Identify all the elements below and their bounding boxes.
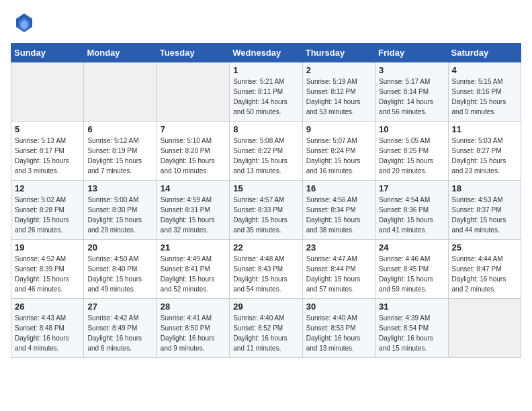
day-number: 21	[161, 242, 226, 253]
cell-info: Sunrise: 4:53 AMSunset: 8:37 PMDaylight:…	[452, 195, 517, 235]
calendar-cell: 9Sunrise: 5:07 AMSunset: 8:24 PMDaylight…	[302, 122, 375, 181]
day-number: 11	[452, 124, 517, 134]
cell-info: Sunrise: 5:12 AMSunset: 8:19 PMDaylight:…	[87, 136, 152, 176]
calendar-cell: 31Sunrise: 4:39 AMSunset: 8:54 PMDayligh…	[375, 299, 448, 358]
calendar-cell: 28Sunrise: 4:41 AMSunset: 8:50 PMDayligh…	[157, 299, 229, 358]
cell-info: Sunrise: 4:57 AMSunset: 8:33 PMDaylight:…	[233, 195, 298, 235]
calendar-cell: 3Sunrise: 5:17 AMSunset: 8:14 PMDaylight…	[375, 62, 448, 122]
calendar-cell: 17Sunrise: 4:54 AMSunset: 8:36 PMDayligh…	[375, 181, 448, 240]
day-number: 2	[306, 65, 371, 75]
calendar-cell: 13Sunrise: 5:00 AMSunset: 8:30 PMDayligh…	[84, 181, 157, 240]
calendar-cell: 6Sunrise: 5:12 AMSunset: 8:19 PMDaylight…	[84, 122, 157, 181]
calendar-cell: 22Sunrise: 4:48 AMSunset: 8:43 PMDayligh…	[230, 240, 302, 299]
cell-info: Sunrise: 5:05 AMSunset: 8:25 PMDaylight:…	[379, 136, 444, 176]
weekday-header-wednesday: Wednesday	[230, 44, 302, 62]
cell-info: Sunrise: 4:40 AMSunset: 8:53 PMDaylight:…	[306, 313, 371, 353]
day-number: 5	[15, 124, 80, 134]
calendar-cell: 27Sunrise: 4:42 AMSunset: 8:49 PMDayligh…	[84, 299, 157, 358]
day-number: 30	[306, 302, 371, 312]
cell-info: Sunrise: 4:40 AMSunset: 8:52 PMDaylight:…	[233, 313, 298, 353]
day-number: 18	[452, 183, 517, 193]
day-number: 23	[306, 242, 371, 253]
calendar-cell: 12Sunrise: 5:02 AMSunset: 8:28 PMDayligh…	[11, 181, 84, 240]
cell-info: Sunrise: 5:07 AMSunset: 8:24 PMDaylight:…	[306, 136, 371, 176]
day-number: 24	[379, 242, 444, 253]
cell-info: Sunrise: 5:13 AMSunset: 8:17 PMDaylight:…	[15, 136, 80, 176]
logo-icon	[11, 11, 35, 35]
day-number: 1	[233, 65, 298, 75]
cell-info: Sunrise: 5:17 AMSunset: 8:14 PMDaylight:…	[379, 77, 444, 117]
calendar-cell: 8Sunrise: 5:08 AMSunset: 8:22 PMDaylight…	[230, 122, 302, 181]
day-number: 7	[161, 124, 226, 134]
day-number: 29	[233, 302, 298, 312]
day-number: 10	[379, 124, 444, 134]
calendar-cell	[448, 299, 521, 358]
day-number: 19	[15, 242, 80, 253]
day-number: 3	[379, 65, 444, 75]
day-number: 14	[161, 183, 226, 193]
cell-info: Sunrise: 4:49 AMSunset: 8:41 PMDaylight:…	[161, 254, 226, 294]
calendar-cell: 15Sunrise: 4:57 AMSunset: 8:33 PMDayligh…	[230, 181, 302, 240]
cell-info: Sunrise: 5:15 AMSunset: 8:16 PMDaylight:…	[452, 77, 517, 117]
day-number: 9	[306, 124, 371, 134]
calendar-cell: 29Sunrise: 4:40 AMSunset: 8:52 PMDayligh…	[230, 299, 302, 358]
cell-info: Sunrise: 4:43 AMSunset: 8:48 PMDaylight:…	[15, 313, 80, 353]
cell-info: Sunrise: 5:19 AMSunset: 8:12 PMDaylight:…	[306, 77, 371, 117]
cell-info: Sunrise: 5:02 AMSunset: 8:28 PMDaylight:…	[15, 195, 80, 235]
calendar-cell: 7Sunrise: 5:10 AMSunset: 8:20 PMDaylight…	[157, 122, 229, 181]
weekday-header-saturday: Saturday	[448, 44, 521, 62]
cell-info: Sunrise: 4:54 AMSunset: 8:36 PMDaylight:…	[379, 195, 444, 235]
calendar-cell	[157, 62, 229, 122]
day-number: 25	[452, 242, 517, 253]
cell-info: Sunrise: 5:03 AMSunset: 8:27 PMDaylight:…	[452, 136, 517, 176]
calendar-cell: 30Sunrise: 4:40 AMSunset: 8:53 PMDayligh…	[302, 299, 375, 358]
calendar-cell: 23Sunrise: 4:47 AMSunset: 8:44 PMDayligh…	[302, 240, 375, 299]
day-number: 27	[87, 302, 152, 312]
calendar-cell: 10Sunrise: 5:05 AMSunset: 8:25 PMDayligh…	[375, 122, 448, 181]
calendar-cell	[11, 62, 84, 122]
day-number: 12	[15, 183, 80, 193]
day-number: 13	[87, 183, 152, 193]
cell-info: Sunrise: 4:59 AMSunset: 8:31 PMDaylight:…	[161, 195, 226, 235]
day-number: 26	[15, 302, 80, 312]
logo	[11, 11, 38, 35]
day-number: 8	[233, 124, 298, 134]
day-number: 22	[233, 242, 298, 253]
weekday-header-thursday: Thursday	[302, 44, 375, 62]
calendar-cell: 24Sunrise: 4:46 AMSunset: 8:45 PMDayligh…	[375, 240, 448, 299]
day-number: 6	[87, 124, 152, 134]
calendar-cell: 5Sunrise: 5:13 AMSunset: 8:17 PMDaylight…	[11, 122, 84, 181]
day-number: 31	[379, 302, 444, 312]
cell-info: Sunrise: 4:56 AMSunset: 8:34 PMDaylight:…	[306, 195, 371, 235]
cell-info: Sunrise: 4:41 AMSunset: 8:50 PMDaylight:…	[161, 313, 226, 353]
cell-info: Sunrise: 4:39 AMSunset: 8:54 PMDaylight:…	[379, 313, 444, 353]
calendar-cell: 1Sunrise: 5:21 AMSunset: 8:11 PMDaylight…	[230, 62, 302, 122]
calendar-cell: 21Sunrise: 4:49 AMSunset: 8:41 PMDayligh…	[157, 240, 229, 299]
cell-info: Sunrise: 5:21 AMSunset: 8:11 PMDaylight:…	[233, 77, 298, 117]
cell-info: Sunrise: 4:50 AMSunset: 8:40 PMDaylight:…	[87, 254, 152, 294]
calendar-cell: 18Sunrise: 4:53 AMSunset: 8:37 PMDayligh…	[448, 181, 521, 240]
calendar-cell	[84, 62, 157, 122]
day-number: 16	[306, 183, 371, 193]
weekday-header-friday: Friday	[375, 44, 448, 62]
cell-info: Sunrise: 5:10 AMSunset: 8:20 PMDaylight:…	[161, 136, 226, 176]
calendar-cell: 11Sunrise: 5:03 AMSunset: 8:27 PMDayligh…	[448, 122, 521, 181]
calendar-cell: 2Sunrise: 5:19 AMSunset: 8:12 PMDaylight…	[302, 62, 375, 122]
calendar-cell: 4Sunrise: 5:15 AMSunset: 8:16 PMDaylight…	[448, 62, 521, 122]
cell-info: Sunrise: 5:08 AMSunset: 8:22 PMDaylight:…	[233, 136, 298, 176]
day-number: 20	[87, 242, 152, 253]
page-header	[11, 11, 521, 35]
calendar-cell: 19Sunrise: 4:52 AMSunset: 8:39 PMDayligh…	[11, 240, 84, 299]
cell-info: Sunrise: 4:42 AMSunset: 8:49 PMDaylight:…	[87, 313, 152, 353]
weekday-header-sunday: Sunday	[11, 44, 84, 62]
calendar-cell: 26Sunrise: 4:43 AMSunset: 8:48 PMDayligh…	[11, 299, 84, 358]
cell-info: Sunrise: 4:52 AMSunset: 8:39 PMDaylight:…	[15, 254, 80, 294]
cell-info: Sunrise: 4:48 AMSunset: 8:43 PMDaylight:…	[233, 254, 298, 294]
calendar-table: SundayMondayTuesdayWednesdayThursdayFrid…	[11, 43, 521, 358]
day-number: 4	[452, 65, 517, 75]
calendar-cell: 20Sunrise: 4:50 AMSunset: 8:40 PMDayligh…	[84, 240, 157, 299]
weekday-header-monday: Monday	[84, 44, 157, 62]
cell-info: Sunrise: 5:00 AMSunset: 8:30 PMDaylight:…	[87, 195, 152, 235]
cell-info: Sunrise: 4:44 AMSunset: 8:47 PMDaylight:…	[452, 254, 517, 294]
weekday-header-tuesday: Tuesday	[157, 44, 229, 62]
